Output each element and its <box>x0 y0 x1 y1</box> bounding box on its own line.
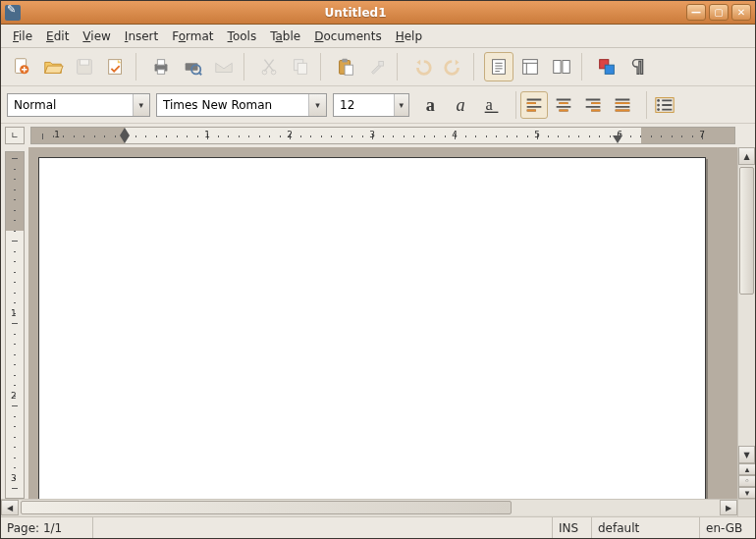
next-page-button[interactable]: ▾ <box>738 487 755 499</box>
send-button[interactable] <box>209 52 239 81</box>
copy-button[interactable] <box>286 52 315 81</box>
undo-button[interactable] <box>407 52 437 81</box>
menu-table[interactable]: Table <box>264 27 306 45</box>
scroll-left-button[interactable]: ◀ <box>1 500 19 515</box>
status-spacer <box>93 517 553 538</box>
horizontal-scrollbar[interactable]: ◀ ▶ <box>1 499 755 516</box>
svg-point-28 <box>657 99 660 102</box>
align-justify-button[interactable] <box>609 91 636 119</box>
svg-rect-3 <box>80 60 88 65</box>
menubar: File Edit View Insert Format Tools Table… <box>1 25 755 48</box>
format-toolbar: a a a <box>1 86 755 124</box>
redo-button[interactable] <box>439 52 468 81</box>
underline-button[interactable]: a <box>478 91 506 119</box>
page-layout-button[interactable] <box>484 52 513 81</box>
right-indent-marker[interactable] <box>613 135 622 143</box>
vertical-scrollbar[interactable]: ▲ ▼ ▴ ◦ ▾ <box>737 147 755 499</box>
new-button[interactable] <box>7 52 36 81</box>
highlight-button[interactable] <box>592 52 621 81</box>
svg-text:a: a <box>426 95 435 115</box>
svg-rect-7 <box>157 70 164 75</box>
svg-point-30 <box>657 108 660 111</box>
scroll-right-button[interactable]: ▶ <box>720 500 737 515</box>
font-name-input[interactable] <box>157 94 308 116</box>
status-selection-mode[interactable]: default <box>592 517 700 538</box>
svg-point-29 <box>657 103 660 106</box>
svg-rect-20 <box>554 61 561 74</box>
scroll-up-button[interactable]: ▲ <box>738 147 755 165</box>
italic-button[interactable]: a <box>449 91 476 119</box>
save-button[interactable] <box>70 52 99 81</box>
svg-rect-19 <box>523 60 538 75</box>
font-name-combo[interactable] <box>156 93 327 117</box>
svg-rect-17 <box>379 62 384 67</box>
first-line-indent-marker[interactable] <box>120 128 130 135</box>
nav-select-button[interactable]: ◦ <box>738 475 755 487</box>
prev-page-button[interactable]: ▴ <box>738 463 755 475</box>
ruler-corner[interactable]: ∟ <box>5 127 25 144</box>
font-size-combo[interactable] <box>333 93 409 117</box>
scroll-thumb[interactable] <box>739 167 754 295</box>
svg-text:a: a <box>457 95 465 115</box>
statusbar: Page: 1/1 INS default en-GB <box>1 516 755 538</box>
ruler-area: ∟ 11234567 <box>1 124 755 147</box>
status-insert-mode[interactable]: INS <box>553 517 592 538</box>
align-left-button[interactable] <box>520 91 548 119</box>
hscroll-track[interactable] <box>19 500 720 515</box>
paste-button[interactable] <box>331 52 360 81</box>
window-title: Untitled1 <box>25 6 686 20</box>
document-area: 123 ▲ ▼ ▴ ◦ ▾ <box>1 147 755 499</box>
svg-rect-16 <box>345 65 352 75</box>
vertical-ruler[interactable]: 123 <box>5 151 25 499</box>
two-pages-button[interactable] <box>547 52 576 81</box>
paragraph-marks-button[interactable] <box>623 52 653 81</box>
list-button[interactable] <box>651 91 678 119</box>
web-layout-button[interactable] <box>515 52 545 81</box>
svg-rect-23 <box>605 65 614 74</box>
paragraph-style-input[interactable] <box>8 94 133 116</box>
svg-rect-15 <box>342 59 348 63</box>
format-paintbrush-button[interactable] <box>362 52 392 81</box>
svg-rect-21 <box>563 61 569 74</box>
bold-button[interactable]: a <box>419 91 447 119</box>
align-right-button[interactable] <box>579 91 607 119</box>
menu-file[interactable]: File <box>7 27 38 45</box>
open-button[interactable] <box>38 52 68 81</box>
align-center-button[interactable] <box>550 91 577 119</box>
svg-rect-18 <box>493 60 506 75</box>
page-viewport[interactable] <box>28 147 737 499</box>
print-preview-button[interactable] <box>178 52 207 81</box>
menu-documents[interactable]: Documents <box>308 27 387 45</box>
cut-button[interactable] <box>254 52 284 81</box>
standard-toolbar <box>1 48 755 86</box>
close-button[interactable]: ✕ <box>731 4 751 21</box>
menu-help[interactable]: Help <box>390 27 428 45</box>
minimize-button[interactable]: — <box>686 4 706 21</box>
titlebar: Untitled1 — ▢ ✕ <box>1 1 755 25</box>
scroll-track[interactable] <box>738 165 755 446</box>
status-page[interactable]: Page: 1/1 <box>1 517 93 538</box>
status-language[interactable]: en-GB <box>700 517 755 538</box>
scroll-down-button[interactable]: ▼ <box>738 446 755 463</box>
left-indent-marker[interactable] <box>120 135 130 143</box>
print-button[interactable] <box>146 52 176 81</box>
maximize-button[interactable]: ▢ <box>709 4 729 21</box>
paragraph-style-dropdown[interactable] <box>133 94 149 116</box>
app-icon <box>5 5 21 21</box>
page[interactable] <box>38 157 706 499</box>
menu-edit[interactable]: Edit <box>40 27 75 45</box>
font-name-dropdown[interactable] <box>308 94 326 116</box>
svg-text:a: a <box>486 94 494 113</box>
menu-insert[interactable]: Insert <box>119 27 164 45</box>
paragraph-style-combo[interactable] <box>7 93 150 117</box>
svg-rect-13 <box>297 63 306 74</box>
font-size-input[interactable] <box>334 94 394 116</box>
save-as-button[interactable] <box>101 52 131 81</box>
font-size-dropdown[interactable] <box>394 94 408 116</box>
menu-view[interactable]: View <box>77 27 116 45</box>
hscroll-thumb[interactable] <box>21 501 512 514</box>
menu-format[interactable]: Format <box>166 27 219 45</box>
menu-tools[interactable]: Tools <box>222 27 263 45</box>
svg-rect-6 <box>157 60 164 65</box>
horizontal-ruler[interactable]: 11234567 <box>30 127 735 144</box>
